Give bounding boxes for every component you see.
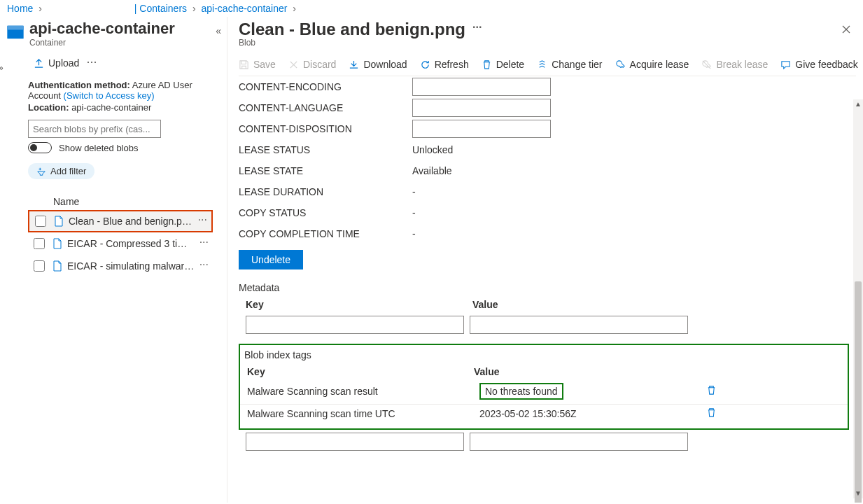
blob-title: Clean - Blue and benign.png — [239, 20, 465, 39]
show-deleted-label: Show deleted blobs — [59, 143, 138, 153]
blob-toolbar: Save Discard Download Refresh Delete Cha… — [239, 48, 856, 76]
discard-button[interactable]: Discard — [288, 59, 336, 70]
tag-value: 2023-05-02 15:30:56Z — [479, 408, 698, 419]
chevron-right-icon: › — [293, 3, 296, 14]
content-language-input[interactable] — [412, 99, 551, 117]
title-more-icon[interactable]: ··· — [472, 24, 482, 35]
chevron-right-icon: › — [192, 3, 196, 14]
close-icon[interactable] — [836, 20, 856, 42]
lease-duration-value: - — [412, 186, 416, 197]
save-button[interactable]: Save — [239, 59, 276, 70]
prop-label: COPY COMPLETION TIME — [239, 228, 412, 239]
auth-method: Authentication method: Azure AD User Acc… — [28, 80, 213, 101]
collapse-panel-icon[interactable]: « — [216, 20, 227, 36]
prop-label: LEASE DURATION — [239, 186, 412, 197]
prop-label: CONTENT-ENCODING — [239, 81, 412, 92]
give-feedback-button[interactable]: Give feedback — [780, 59, 858, 70]
undelete-button[interactable]: Undelete — [239, 250, 303, 270]
blob-file-name: Clean - Blue and benign.png — [69, 216, 194, 227]
add-filter-button[interactable]: Add filter — [28, 163, 94, 179]
file-icon — [53, 216, 64, 227]
breadcrumb-link-current[interactable]: api-cache-container — [202, 3, 288, 14]
prop-label: CONTENT-DISPOSITION — [239, 123, 412, 134]
scrollbar-track[interactable]: ▲ ▼ — [853, 99, 863, 498]
refresh-button[interactable]: Refresh — [420, 59, 469, 70]
blob-row[interactable]: Clean - Blue and benign.png ··· — [28, 210, 213, 232]
upload-button[interactable]: Upload — [34, 57, 79, 69]
breadcrumb: Home › | Containers › api-cache-containe… — [0, 0, 863, 17]
delete-tag-icon[interactable] — [706, 407, 717, 420]
metadata-key-header: Key — [246, 299, 472, 310]
metadata-value-header: Value — [472, 299, 699, 310]
container-title: api-cache-container — [29, 20, 175, 38]
expand-panel-icon[interactable]: » — [0, 63, 3, 73]
lease-state-value: Available — [412, 165, 452, 176]
scroll-down-icon[interactable]: ▼ — [855, 490, 862, 497]
tag-value-input[interactable] — [470, 433, 688, 451]
blob-row[interactable]: EICAR - simulating malware.... ··· — [28, 255, 213, 277]
search-blobs-input[interactable] — [28, 120, 161, 138]
tag-key: Malware Scanning scan time UTC — [247, 408, 474, 419]
row-more-icon[interactable]: ··· — [195, 261, 213, 271]
lease-status-value: Unlocked — [412, 144, 453, 155]
location: Location: api-cache-container — [28, 102, 213, 113]
scrollbar-thumb[interactable] — [855, 281, 862, 503]
row-checkbox[interactable] — [34, 260, 45, 272]
show-deleted-toggle[interactable] — [28, 142, 52, 153]
scroll-up-icon[interactable]: ▲ — [855, 101, 862, 108]
content-encoding-input[interactable] — [412, 78, 551, 96]
download-button[interactable]: Download — [349, 59, 407, 70]
delete-button[interactable]: Delete — [482, 59, 524, 70]
container-icon — [6, 22, 25, 42]
tag-key-input[interactable] — [246, 433, 464, 451]
change-tier-button[interactable]: Change tier — [537, 59, 602, 70]
tags-key-header: Key — [247, 366, 474, 377]
name-column-header: Name — [28, 196, 213, 207]
delete-tag-icon[interactable] — [706, 385, 717, 398]
upload-label: Upload — [48, 57, 79, 69]
row-checkbox[interactable] — [34, 238, 45, 249]
row-more-icon[interactable]: ··· — [194, 216, 211, 226]
prop-label: LEASE STATE — [239, 165, 412, 176]
blob-file-name: EICAR - simulating malware.... — [67, 260, 195, 272]
prop-label: COPY STATUS — [239, 207, 412, 218]
file-icon — [52, 260, 63, 272]
metadata-value-input[interactable] — [470, 316, 688, 334]
row-checkbox[interactable] — [35, 216, 46, 227]
file-icon — [52, 238, 63, 249]
tag-key: Malware Scanning scan result — [247, 386, 474, 397]
prop-label: CONTENT-LANGUAGE — [239, 102, 412, 113]
more-actions-icon[interactable]: ··· — [86, 57, 97, 69]
blob-row[interactable]: EICAR - Compressed 3 time... ··· — [28, 232, 213, 255]
acquire-lease-button[interactable]: Acquire lease — [615, 59, 689, 70]
container-panel: » api-cache-container Container « Upload… — [0, 17, 227, 503]
blob-detail-panel: Clean - Blue and benign.png ··· Blob Sav… — [227, 17, 863, 503]
breadcrumb-home[interactable]: Home — [7, 3, 33, 14]
svg-rect-1 — [7, 26, 23, 30]
blob-index-tags-section: Blob index tags Key Value Malware Scanni… — [239, 344, 849, 430]
row-more-icon[interactable]: ··· — [195, 239, 213, 248]
prop-label: LEASE STATUS — [239, 144, 412, 155]
tag-value: No threats found — [479, 383, 698, 400]
blob-file-name: EICAR - Compressed 3 time... — [67, 238, 195, 249]
break-lease-button[interactable]: Break lease — [701, 59, 768, 70]
chevron-right-icon: › — [38, 3, 42, 14]
switch-access-key-link[interactable]: (Switch to Access key) — [64, 90, 155, 101]
tags-heading: Blob index tags — [244, 349, 848, 360]
copy-completion-value: - — [412, 228, 416, 239]
breadcrumb-link-containers[interactable]: | Containers — [134, 3, 187, 14]
copy-status-value: - — [412, 207, 416, 218]
metadata-key-input[interactable] — [246, 316, 464, 334]
metadata-heading: Metadata — [239, 282, 849, 293]
container-subtitle: Container — [29, 38, 175, 48]
content-disposition-input[interactable] — [412, 120, 551, 138]
blob-subtitle: Blob — [239, 38, 836, 48]
tags-value-header: Value — [474, 366, 701, 377]
